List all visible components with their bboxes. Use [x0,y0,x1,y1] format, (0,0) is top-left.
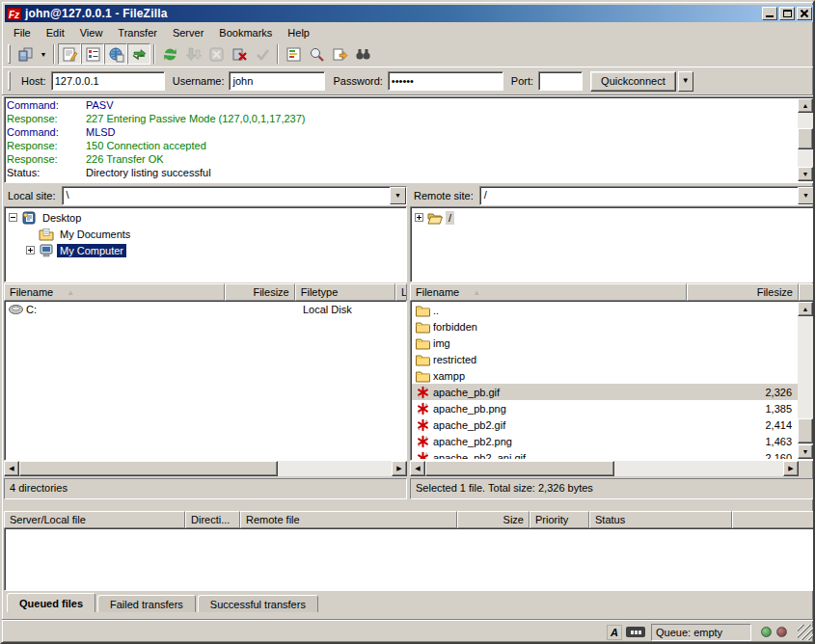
menu-bookmarks[interactable]: Bookmarks [211,25,280,40]
synchronized-browsing-button[interactable] [305,43,328,65]
site-manager-dropdown-button[interactable]: ▼ [37,43,50,65]
expand-icon[interactable] [26,246,35,255]
process-queue-icon [185,46,202,63]
queue-col-server-local-file[interactable]: Server/Local file [4,511,185,528]
minimize-button[interactable] [762,7,777,20]
local-col-filetype[interactable]: Filetype [295,283,395,301]
message-log: Command:PASV Response:227 Entering Passi… [4,96,815,183]
toggle-remote-tree-button[interactable] [104,43,127,65]
transfer-queue-list[interactable] [4,528,815,591]
menu-transfer[interactable]: Transfer [110,25,165,40]
speed-limit-icon[interactable] [626,627,645,637]
tab-failed-transfers[interactable]: Failed transfers [97,595,196,612]
collapse-icon[interactable] [9,213,17,222]
chevron-down-icon[interactable]: ▼ [798,187,814,204]
remote-hscroll-thumb[interactable] [425,461,614,476]
close-button[interactable] [797,7,812,20]
local-file-row[interactable]: C: Local Disk [5,301,406,317]
tab-successful-transfers[interactable]: Successful transfers [198,595,318,612]
remote-file-row[interactable]: forbidden [412,318,798,335]
remote-vscrollbar[interactable]: ▲ ▼ [798,302,813,459]
process-queue-button[interactable] [181,43,204,65]
queue-col-status[interactable]: Status [589,511,732,528]
remote-file-row[interactable]: .. [412,302,798,318]
menu-view[interactable]: View [72,25,111,40]
chevron-down-icon[interactable]: ▼ [390,187,406,204]
host-input[interactable] [51,71,165,91]
remote-col-filename[interactable]: Filename▲ [410,283,687,301]
menu-file[interactable]: File [6,25,39,40]
transfer-type-icon[interactable]: A [607,625,622,640]
expand-icon[interactable] [415,213,423,222]
queue-col-size[interactable]: Size [457,511,530,528]
toggle-local-tree-button[interactable] [81,43,104,65]
port-input[interactable] [538,71,583,91]
local-hscrollbar[interactable]: ◀ ▶ [4,461,407,476]
remote-hscrollbar[interactable]: ◀ ▶ [410,461,799,476]
username-input[interactable] [229,71,325,91]
remote-file-row[interactable]: apache_pb2_ani.gif 2,160 [412,449,798,459]
scroll-down-icon[interactable]: ▼ [798,444,813,459]
scroll-down-icon[interactable]: ▼ [798,167,813,181]
port-label: Port: [511,75,533,87]
maximize-button[interactable] [779,7,795,20]
quickconnect-dropdown-button[interactable]: ▼ [678,71,693,92]
directory-comparison-icon [285,46,302,63]
local-col-lastmodified[interactable]: L [395,283,407,301]
scroll-left-icon[interactable]: ◀ [410,461,425,476]
remote-file-row[interactable]: apache_pb.png 1,385 [412,400,798,416]
find-files-button[interactable] [351,43,374,65]
quickconnect-button[interactable]: Quickconnect [590,71,676,92]
remote-file-row-selected[interactable]: apache_pb.gif 2,326 [412,384,798,400]
local-site-value: \ [63,187,390,204]
filter-button[interactable] [328,43,351,65]
queue-col-remote-file[interactable]: Remote file [240,511,457,528]
message-log-pane[interactable]: Command:PASV Response:227 Entering Passi… [5,97,814,182]
cancel-operation-button[interactable] [204,43,228,65]
remote-file-row[interactable]: apache_pb2.png 1,463 [412,433,798,449]
queue-col-direction[interactable]: Directi... [185,511,240,528]
remote-file-row[interactable]: xampp [412,367,798,384]
site-manager-button[interactable] [14,43,37,65]
local-site-combo[interactable]: \ ▼ [62,186,407,205]
log-line: Response:150 Connection accepted [7,139,812,152]
remote-site-combo[interactable]: / ▼ [479,186,815,205]
scroll-right-icon[interactable]: ▶ [783,461,799,476]
log-scrollbar-thumb[interactable] [798,128,813,149]
log-scrollbar[interactable]: ▲ ▼ [798,98,813,181]
title-bar[interactable]: Fz john@127.0.0.1 - FileZilla [5,5,814,22]
menu-server[interactable]: Server [165,25,211,40]
remote-col-filesize[interactable]: Filesize [687,283,799,301]
tab-queued-files[interactable]: Queued files [7,593,95,612]
refresh-button[interactable] [158,43,181,65]
menu-edit[interactable]: Edit [39,25,72,40]
local-col-filesize[interactable]: Filesize [225,283,295,301]
remote-vscroll-thumb[interactable] [798,418,813,443]
remote-file-row[interactable]: apache_pb2.gif 2,414 [412,416,798,433]
scroll-left-icon[interactable]: ◀ [4,461,19,476]
resize-grip[interactable] [798,625,813,640]
scroll-up-icon[interactable]: ▲ [798,302,813,316]
tree-item-desktop[interactable]: Desktop [7,209,404,226]
scroll-right-icon[interactable]: ▶ [392,461,407,476]
password-input[interactable] [388,71,503,91]
toggle-log-button[interactable] [58,43,81,65]
cancel-operation-icon [208,46,225,63]
local-col-filename[interactable]: Filename▲ [4,283,225,301]
tree-item-root[interactable]: / [413,209,812,226]
scroll-up-icon[interactable]: ▲ [798,98,813,113]
disconnect-button[interactable] [228,43,251,65]
directory-comparison-button[interactable] [282,43,305,65]
tree-item-my-documents[interactable]: My Documents [7,226,404,242]
local-hscroll-thumb[interactable] [19,461,278,476]
quickconnect-grip[interactable] [8,71,11,91]
remote-file-row[interactable]: restricted [412,351,798,367]
toggle-queue-button[interactable] [127,43,150,65]
toolbar-grip[interactable] [8,44,11,64]
tree-item-my-computer[interactable]: My Computer [7,242,404,258]
filezilla-logo-icon: Fz [7,8,21,20]
remote-file-row[interactable]: img [412,335,798,351]
menu-help[interactable]: Help [280,25,317,40]
reconnect-button[interactable] [251,43,274,65]
queue-col-priority[interactable]: Priority [530,511,589,528]
